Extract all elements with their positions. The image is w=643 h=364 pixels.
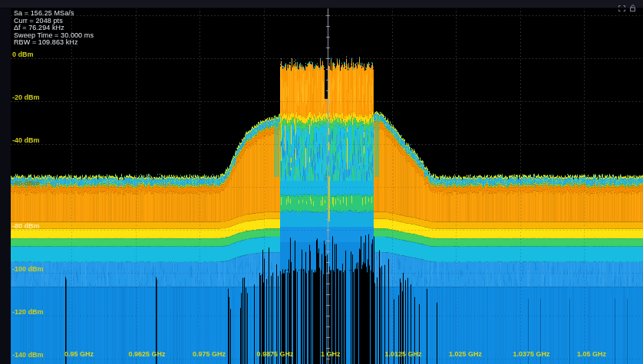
title-bar [0,0,643,8]
x-axis-label: 1 GHz [321,350,341,358]
y-axis-label: -80 dBm [12,222,40,230]
y-axis-label: -120 dBm [12,308,44,316]
y-axis-label: -60 dBm [12,179,40,187]
y-axis-label: -100 dBm [12,265,44,273]
y-axis-label: -140 dBm [12,351,44,359]
unlock-icon[interactable] [629,1,637,15]
y-axis-label: 0 dBm [12,51,34,58]
x-axis-label: 0.9875 GHz [257,350,294,358]
info-line: RBW = 109.863 kHz [14,39,94,47]
acquisition-info-readout: Sa = 156.25 MSa/sCurr = 2048 ptsΔf = 76.… [14,10,94,47]
x-axis-label: 1.0125 GHz [385,350,422,358]
y-axis-label: -20 dBm [12,93,40,101]
expand-icon[interactable] [618,1,625,15]
x-axis-label: 0.975 GHz [193,350,226,358]
x-axis-label: 1.025 GHz [449,350,482,358]
spectrum-persistence-canvas [0,0,643,364]
spectrum-analyzer-window: Sa = 156.25 MSa/sCurr = 2048 ptsΔf = 76.… [0,0,643,364]
y-axis-label: -40 dBm [12,136,40,144]
x-axis-label: 1.0375 GHz [513,350,550,358]
x-axis-label: 0.95 GHz [64,350,94,358]
x-axis-label: 1.05 GHz [577,350,606,358]
x-axis-label: 0.9625 GHz [129,350,166,358]
